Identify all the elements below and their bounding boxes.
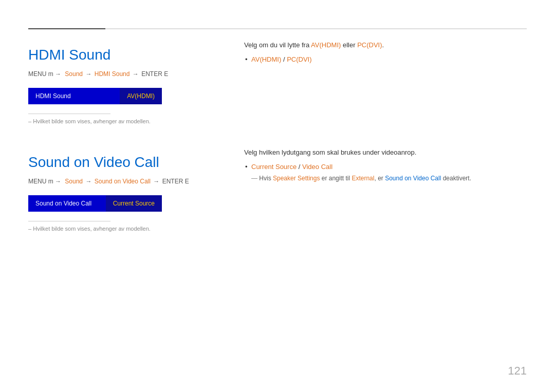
section2-layout: Sound on Video Call MENU m → Sound → Sou…	[28, 145, 527, 232]
section1-menu-path: MENU m → Sound → HDMI Sound → ENTER E	[28, 70, 244, 78]
section1-separator	[28, 114, 110, 114]
menu-hdmi-sound: HDMI Sound	[95, 70, 130, 78]
warn-suffix: deaktivert.	[441, 175, 471, 182]
warn-middle: er angitt til	[320, 175, 351, 182]
bullet2-video-call: Video Call	[302, 163, 332, 171]
section1-layout: HDMI Sound MENU m → Sound → HDMI Sound →…	[28, 38, 527, 124]
section1-bullets: AV(HDMI) / PC(DVI)	[251, 55, 527, 63]
menu-sound1: Sound	[65, 70, 83, 78]
menu-prefix: MENU m →	[28, 70, 61, 78]
mockup-value-1: AV(HDMI)	[120, 88, 162, 104]
section2-separator	[28, 221, 110, 221]
section2-warning: Hvis Speaker Settings er angitt til Exte…	[251, 175, 527, 182]
section2-description: Velg hvilken lydutgang som skal brukes u…	[244, 147, 527, 158]
warn-sound-video-call: Sound on Video Call	[385, 175, 441, 182]
arrow3: →	[133, 70, 140, 78]
menu2-sound: Sound	[65, 178, 83, 185]
mockup-label-1: HDMI Sound	[28, 88, 120, 104]
section1-title: HDMI Sound	[28, 47, 244, 63]
section2-menu-path: MENU m → Sound → Sound on Video Call → E…	[28, 178, 244, 185]
warn-external: External	[351, 175, 374, 182]
mockup-value-2: Current Source	[106, 195, 162, 212]
bullet2-current-source: Current Source	[251, 163, 297, 171]
page-number: 121	[508, 364, 527, 378]
arrow5: →	[85, 178, 93, 185]
section2-right: Velg hvilken lydutgang som skal brukes u…	[244, 145, 527, 232]
desc1-eller: eller	[341, 41, 357, 49]
menu2-prefix: MENU m →	[28, 178, 61, 185]
section2-ui-mockup: Sound on Video Call Current Source	[28, 195, 162, 212]
desc1-avhdmi: AV(HDMI)	[311, 41, 341, 49]
desc1-text1: Velg om du vil lytte fra	[244, 41, 311, 49]
mockup-label-2: Sound on Video Call	[28, 195, 106, 212]
section2-note: Hvilket bilde som vises, avhenger av mod…	[28, 226, 244, 232]
arrow6: →	[153, 178, 161, 185]
section1-right: Velg om du vil lytte fra AV(HDMI) eller …	[244, 38, 527, 124]
section2-left: Sound on Video Call MENU m → Sound → Sou…	[28, 145, 244, 232]
menu2-sound-video-call: Sound on Video Call	[95, 178, 151, 185]
section2-bullets: Current Source / Video Call	[251, 163, 527, 171]
bullet2-sep: /	[299, 163, 302, 171]
desc1-pcdvi: PC(DVI)	[357, 41, 382, 49]
desc1-dot: .	[382, 41, 384, 49]
menu2-enter: ENTER E	[162, 178, 189, 185]
warn-comma: , er	[374, 175, 385, 182]
warn-speaker-settings: Speaker Settings	[273, 175, 320, 182]
bullet1-avhdmi: AV(HDMI)	[251, 55, 281, 63]
menu-enter: ENTER E	[141, 70, 168, 78]
section2-bullet-item: Current Source / Video Call	[251, 163, 527, 171]
section1-description: Velg om du vil lytte fra AV(HDMI) eller …	[244, 40, 527, 50]
sections-wrapper: HDMI Sound MENU m → Sound → HDMI Sound →…	[28, 38, 527, 232]
page-container: HDMI Sound MENU m → Sound → HDMI Sound →…	[0, 0, 555, 392]
section1-left: HDMI Sound MENU m → Sound → HDMI Sound →…	[28, 38, 244, 124]
section2-title: Sound on Video Call	[28, 154, 244, 171]
arrow2: →	[85, 70, 93, 78]
warn-prefix: Hvis	[259, 175, 273, 182]
section1-ui-mockup: HDMI Sound AV(HDMI)	[28, 88, 162, 104]
top-rule	[28, 28, 527, 29]
section-gap	[28, 124, 527, 140]
bullet1-pcdvi: PC(DVI)	[287, 55, 311, 63]
section1-bullet-item: AV(HDMI) / PC(DVI)	[251, 55, 527, 63]
section1-note: Hvilket bilde som vises, avhenger av mod…	[28, 118, 244, 124]
